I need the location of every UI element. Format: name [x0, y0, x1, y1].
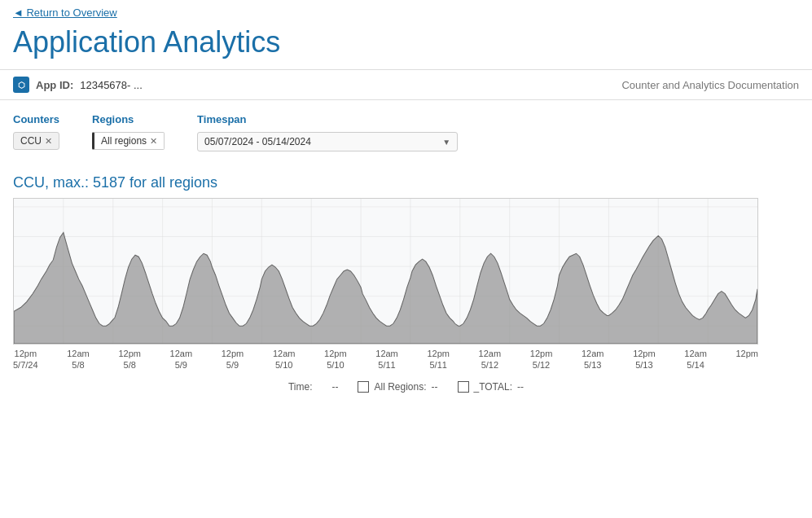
legend-total-value: --	[517, 381, 524, 393]
region-tag-close[interactable]: ✕	[150, 137, 157, 146]
timespan-dropdown[interactable]: 05/07/2024 - 05/14/2024 ▼	[197, 132, 458, 151]
counters-label: Counters	[13, 113, 59, 125]
timespan-value: 05/07/2024 - 05/14/2024	[204, 136, 311, 147]
region-tag-label: All regions	[101, 135, 147, 147]
x-label-13: 12am5/14	[684, 348, 707, 371]
x-axis-labels: 12pm5/7/24 12am5/8 12pm5/8 12am5/9 12pm5…	[13, 345, 799, 371]
counter-tag-close[interactable]: ✕	[45, 137, 52, 146]
counter-tag[interactable]: CCU ✕	[13, 132, 59, 150]
timespan-label: Timespan	[197, 113, 458, 125]
region-tag[interactable]: All regions ✕	[92, 132, 165, 150]
app-id-section: ⬡ App ID: 12345678- ...	[13, 77, 143, 93]
app-id-label: App ID:	[36, 79, 73, 91]
x-label-0: 12pm5/7/24	[13, 348, 38, 371]
x-label-2: 12pm5/8	[118, 348, 141, 371]
legend-all-regions-label: All Regions:	[374, 381, 426, 393]
app-icon: ⬡	[13, 77, 29, 93]
regions-label: Regions	[92, 113, 165, 125]
x-label-12: 12pm5/13	[633, 348, 656, 371]
chart-wrapper: 5000 4000 3000 2000	[13, 198, 799, 345]
x-label-14: 12pm	[735, 348, 758, 371]
counter-tag-label: CCU	[20, 135, 42, 147]
x-label-7: 12am5/11	[375, 348, 398, 371]
x-label-11: 12am5/13	[582, 348, 604, 371]
svg-marker-19	[14, 233, 757, 344]
page-title: Application Analytics	[0, 22, 812, 69]
filters-section: Counters CCU ✕ Regions All regions ✕ Tim…	[0, 100, 812, 158]
chart-legend: Time: -- All Regions: -- _TOTAL: --	[0, 371, 812, 399]
app-id-value: 12345678- ...	[80, 79, 143, 91]
return-link-text: ◄ Return to Overview	[13, 7, 117, 19]
legend-total-label: _TOTAL:	[474, 381, 513, 393]
timespan-filter-group: Timespan 05/07/2024 - 05/14/2024 ▼	[197, 113, 458, 151]
x-label-1: 12am5/8	[67, 348, 90, 371]
legend-all-regions-box	[358, 381, 369, 393]
legend-total-box	[458, 381, 469, 393]
chevron-down-icon: ▼	[442, 138, 450, 147]
legend-time-value: --	[331, 381, 338, 393]
chart-title: CCU, max.: 5187 for all regions	[0, 158, 812, 198]
x-label-3: 12am5/9	[170, 348, 193, 371]
legend-total: _TOTAL: --	[458, 381, 525, 393]
legend-all-regions-value: --	[432, 381, 438, 393]
x-label-5: 12am5/10	[273, 348, 296, 371]
counters-filter-group: Counters CCU ✕	[13, 113, 59, 150]
doc-link[interactable]: Counter and Analytics Documentation	[621, 79, 799, 91]
chart-container: 5000 4000 3000 2000 12pm5/7/24 12am5/8 1…	[13, 198, 799, 371]
app-info-bar: ⬡ App ID: 12345678- ... Counter and Anal…	[0, 69, 812, 100]
legend-all-regions: All Regions: --	[358, 381, 437, 393]
x-label-8: 12pm5/11	[427, 348, 450, 371]
chart-area	[13, 198, 758, 345]
x-label-4: 12pm5/9	[222, 348, 244, 371]
x-label-10: 12pm5/12	[530, 348, 553, 371]
return-link[interactable]: ◄ Return to Overview	[0, 0, 812, 22]
legend-time-label: Time:	[288, 381, 313, 393]
chart-svg	[14, 199, 757, 344]
x-label-9: 12am5/12	[479, 348, 502, 371]
regions-filter-group: Regions All regions ✕	[92, 113, 165, 150]
x-label-6: 12pm5/10	[324, 348, 347, 371]
